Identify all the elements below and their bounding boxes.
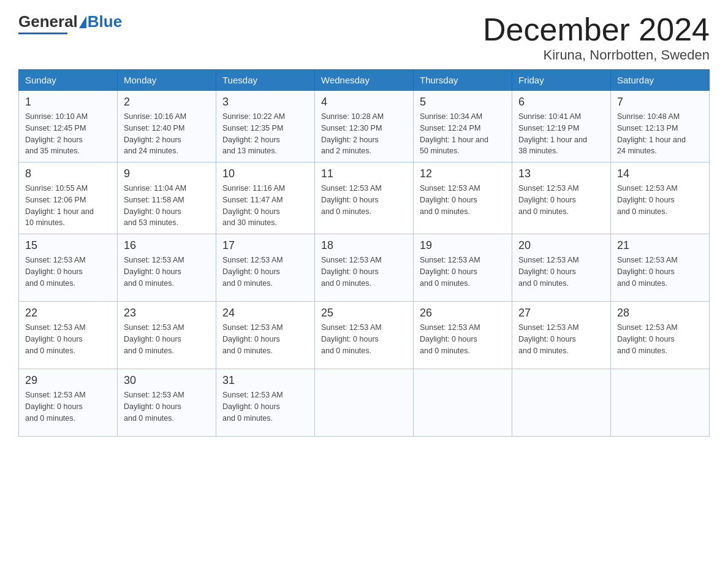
day-number: 27	[518, 307, 604, 320]
calendar-cell: 31Sunset: 12:53 AM Daylight: 0 hours and…	[216, 369, 315, 437]
day-info: Sunrise: 11:16 AM Sunset: 11:47 AM Dayli…	[222, 183, 308, 229]
logo: General Blue	[18, 12, 122, 34]
day-header-wednesday: Wednesday	[315, 70, 414, 91]
logo-general: General	[18, 12, 78, 31]
day-info: Sunset: 12:53 AM Daylight: 0 hours and 0…	[222, 322, 308, 356]
day-header-thursday: Thursday	[414, 70, 512, 91]
calendar-cell: 4Sunrise: 10:28 AM Sunset: 12:30 PM Dayl…	[315, 91, 414, 163]
calendar-cell: 24Sunset: 12:53 AM Daylight: 0 hours and…	[216, 302, 315, 369]
day-number: 1	[25, 96, 111, 109]
day-header-monday: Monday	[118, 70, 216, 91]
day-number: 11	[321, 167, 407, 180]
page-header: General Blue December 2024 Kiruna, Norrb…	[18, 12, 710, 63]
day-info: Sunset: 12:53 AM Daylight: 0 hours and 0…	[420, 322, 506, 356]
day-info: Sunset: 12:53 AM Daylight: 0 hours and 0…	[420, 255, 506, 289]
calendar-cell: 8Sunrise: 10:55 AM Sunset: 12:06 PM Dayl…	[19, 163, 118, 234]
calendar-cell: 23Sunset: 12:53 AM Daylight: 0 hours and…	[118, 302, 216, 369]
calendar-cell: 11Sunset: 12:53 AM Daylight: 0 hours and…	[315, 163, 414, 234]
day-info: Sunset: 12:53 AM Daylight: 0 hours and 0…	[25, 255, 111, 289]
calendar-cell: 14Sunset: 12:53 AM Daylight: 0 hours and…	[611, 163, 710, 234]
logo-text: General Blue	[18, 12, 122, 31]
day-number: 19	[420, 239, 506, 252]
day-info: Sunrise: 10:34 AM Sunset: 12:24 PM Dayli…	[420, 111, 506, 157]
calendar-cell: 16Sunset: 12:53 AM Daylight: 0 hours and…	[118, 234, 216, 302]
day-number: 30	[124, 374, 210, 387]
logo-blue: Blue	[88, 12, 122, 31]
calendar-cell: 9Sunrise: 11:04 AM Sunset: 11:58 AM Dayl…	[118, 163, 216, 234]
calendar-cell: 22Sunset: 12:53 AM Daylight: 0 hours and…	[19, 302, 118, 369]
day-info: Sunset: 12:53 AM Daylight: 0 hours and 0…	[124, 389, 210, 424]
day-number: 10	[222, 167, 308, 180]
day-info: Sunrise: 10:55 AM Sunset: 12:06 PM Dayli…	[25, 183, 111, 229]
day-number: 28	[617, 307, 703, 320]
calendar-cell: 1Sunrise: 10:10 AM Sunset: 12:45 PM Dayl…	[19, 91, 118, 163]
calendar-cell: 5Sunrise: 10:34 AM Sunset: 12:24 PM Dayl…	[414, 91, 512, 163]
day-number: 15	[25, 239, 111, 252]
day-info: Sunset: 12:53 AM Daylight: 0 hours and 0…	[222, 389, 308, 424]
calendar-cell: 30Sunset: 12:53 AM Daylight: 0 hours and…	[118, 369, 216, 437]
calendar-week-1: 1Sunrise: 10:10 AM Sunset: 12:45 PM Dayl…	[19, 91, 710, 163]
calendar-cell: 12Sunset: 12:53 AM Daylight: 0 hours and…	[414, 163, 512, 234]
day-info: Sunset: 12:53 AM Daylight: 0 hours and 0…	[321, 255, 407, 289]
day-info: Sunset: 12:53 AM Daylight: 0 hours and 0…	[617, 255, 703, 289]
title-area: December 2024 Kiruna, Norrbotten, Sweden	[483, 12, 710, 63]
day-info: Sunrise: 10:10 AM Sunset: 12:45 PM Dayli…	[25, 111, 111, 157]
calendar-cell: 18Sunset: 12:53 AM Daylight: 0 hours and…	[315, 234, 414, 302]
calendar-cell: 13Sunset: 12:53 AM Daylight: 0 hours and…	[512, 163, 611, 234]
day-number: 9	[124, 167, 210, 180]
day-info: Sunset: 12:53 AM Daylight: 0 hours and 0…	[222, 255, 308, 289]
day-info: Sunset: 12:53 AM Daylight: 0 hours and 0…	[518, 183, 604, 217]
day-info: Sunset: 12:53 AM Daylight: 0 hours and 0…	[25, 322, 111, 356]
day-number: 23	[124, 307, 210, 320]
day-number: 18	[321, 239, 407, 252]
calendar-cell	[315, 369, 414, 437]
logo-underline	[18, 33, 67, 34]
day-number: 12	[420, 167, 506, 180]
day-info: Sunset: 12:53 AM Daylight: 0 hours and 0…	[321, 183, 407, 217]
day-header-saturday: Saturday	[611, 70, 710, 91]
logo-triangle-icon	[79, 16, 86, 28]
day-number: 22	[25, 307, 111, 320]
day-number: 3	[222, 96, 308, 109]
day-info: Sunset: 12:53 AM Daylight: 0 hours and 0…	[518, 322, 604, 356]
day-number: 17	[222, 239, 308, 252]
calendar-week-2: 8Sunrise: 10:55 AM Sunset: 12:06 PM Dayl…	[19, 163, 710, 234]
calendar-cell: 7Sunrise: 10:48 AM Sunset: 12:13 PM Dayl…	[611, 91, 710, 163]
day-number: 31	[222, 374, 308, 387]
day-info: Sunrise: 10:16 AM Sunset: 12:40 PM Dayli…	[124, 111, 210, 157]
day-info: Sunrise: 10:28 AM Sunset: 12:30 PM Dayli…	[321, 111, 407, 157]
calendar-cell	[512, 369, 611, 437]
day-info: Sunrise: 11:04 AM Sunset: 11:58 AM Dayli…	[124, 183, 210, 229]
day-info: Sunset: 12:53 AM Daylight: 0 hours and 0…	[25, 389, 111, 424]
calendar-table: SundayMondayTuesdayWednesdayThursdayFrid…	[18, 69, 710, 437]
day-info: Sunrise: 10:48 AM Sunset: 12:13 PM Dayli…	[617, 111, 703, 157]
calendar-cell: 25Sunset: 12:53 AM Daylight: 0 hours and…	[315, 302, 414, 369]
calendar-cell: 29Sunset: 12:53 AM Daylight: 0 hours and…	[19, 369, 118, 437]
day-info: Sunset: 12:53 AM Daylight: 0 hours and 0…	[124, 255, 210, 289]
day-info: Sunset: 12:53 AM Daylight: 0 hours and 0…	[617, 183, 703, 217]
calendar-cell: 15Sunset: 12:53 AM Daylight: 0 hours and…	[19, 234, 118, 302]
calendar-header-row: SundayMondayTuesdayWednesdayThursdayFrid…	[19, 70, 710, 91]
day-number: 6	[518, 96, 604, 109]
day-header-friday: Friday	[512, 70, 611, 91]
day-number: 29	[25, 374, 111, 387]
calendar-cell: 19Sunset: 12:53 AM Daylight: 0 hours and…	[414, 234, 512, 302]
day-number: 7	[617, 96, 703, 109]
calendar-cell: 20Sunset: 12:53 AM Daylight: 0 hours and…	[512, 234, 611, 302]
calendar-cell: 10Sunrise: 11:16 AM Sunset: 11:47 AM Day…	[216, 163, 315, 234]
calendar-cell	[611, 369, 710, 437]
calendar-cell	[414, 369, 512, 437]
calendar-cell: 28Sunset: 12:53 AM Daylight: 0 hours and…	[611, 302, 710, 369]
day-info: Sunrise: 10:22 AM Sunset: 12:35 PM Dayli…	[222, 111, 308, 157]
day-number: 21	[617, 239, 703, 252]
day-number: 26	[420, 307, 506, 320]
calendar-week-3: 15Sunset: 12:53 AM Daylight: 0 hours and…	[19, 234, 710, 302]
day-number: 8	[25, 167, 111, 180]
day-number: 5	[420, 96, 506, 109]
calendar-cell: 2Sunrise: 10:16 AM Sunset: 12:40 PM Dayl…	[118, 91, 216, 163]
calendar-cell: 3Sunrise: 10:22 AM Sunset: 12:35 PM Dayl…	[216, 91, 315, 163]
day-info: Sunset: 12:53 AM Daylight: 0 hours and 0…	[617, 322, 703, 356]
day-number: 25	[321, 307, 407, 320]
day-info: Sunset: 12:53 AM Daylight: 0 hours and 0…	[321, 322, 407, 356]
calendar-week-4: 22Sunset: 12:53 AM Daylight: 0 hours and…	[19, 302, 710, 369]
